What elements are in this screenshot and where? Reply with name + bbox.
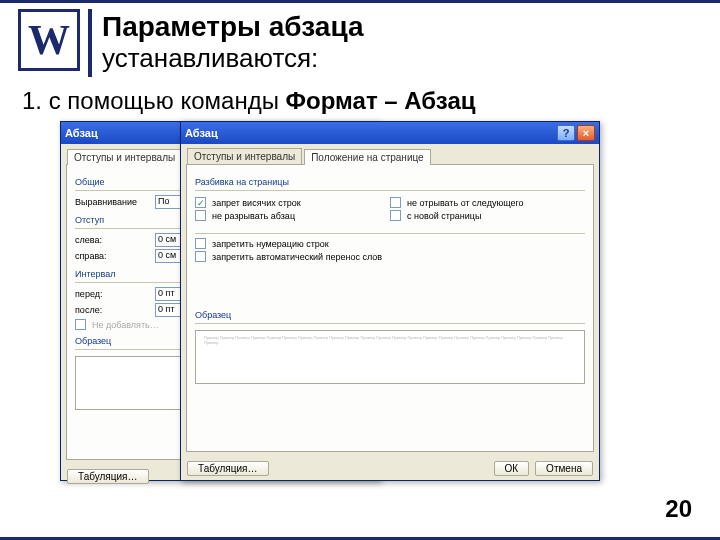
newpage-label: с новой страницы [407,211,481,221]
right-label: справа: [75,251,149,261]
supnum-checkbox[interactable] [195,238,206,249]
left-label: слева: [75,235,149,245]
slide-line-1: 1. с помощью команды Формат – Абзац [0,77,720,121]
help-icon[interactable]: ? [557,125,575,141]
keeplines-label: не разрывать абзац [212,211,295,221]
tab-indents[interactable]: Отступы и интервалы [67,149,182,165]
line1-bold: Формат – Абзац [286,87,476,114]
before-label: перед: [75,289,149,299]
after-label: после: [75,305,149,315]
logo-letter: W [28,16,70,64]
nospace-checkbox[interactable] [75,319,86,330]
nospace-label: Не добавлять… [92,320,159,330]
titlebar-front[interactable]: Абзац ? × [181,122,599,144]
preview-front: Пример Пример Пример Пример Пример Приме… [195,330,585,384]
page-number: 20 [665,495,692,523]
line1-prefix: 1. с помощью команды [22,87,286,114]
word-logo: W [18,9,80,71]
cancel-button[interactable]: Отмена [535,461,593,476]
keeplines-checkbox[interactable] [195,210,206,221]
dialog-title-back: Абзац [65,127,98,139]
ok-button[interactable]: ОК [494,461,530,476]
suphyp-checkbox[interactable] [195,251,206,262]
dialog-title-front: Абзац [185,127,218,139]
align-label: Выравнивание [75,197,149,207]
tab-indents-front[interactable]: Отступы и интервалы [187,148,302,164]
tabs-button-back[interactable]: Табуляция… [67,469,149,484]
slide-title: Параметры абзаца [102,11,364,43]
keepnext-checkbox[interactable] [390,197,401,208]
group-sample-front: Образец [195,310,585,320]
newpage-checkbox[interactable] [390,210,401,221]
widow-label: запрет висячих строк [212,198,301,208]
keepnext-label: не отрывать от следующего [407,198,524,208]
tab-page-position[interactable]: Положение на странице [304,149,430,165]
paragraph-dialog-page: Абзац ? × Отступы и интервалы Положение … [180,121,600,481]
suphyp-label: запретить автоматический перенос слов [212,252,382,262]
close-icon[interactable]: × [577,125,595,141]
group-pagination: Разбивка на страницы [195,177,585,187]
tabs-button-front[interactable]: Табуляция… [187,461,269,476]
supnum-label: запретить нумерацию строк [212,239,329,249]
widow-checkbox[interactable]: ✓ [195,197,206,208]
slide-subtitle: устанавливаются: [102,43,364,74]
divider [88,9,92,77]
